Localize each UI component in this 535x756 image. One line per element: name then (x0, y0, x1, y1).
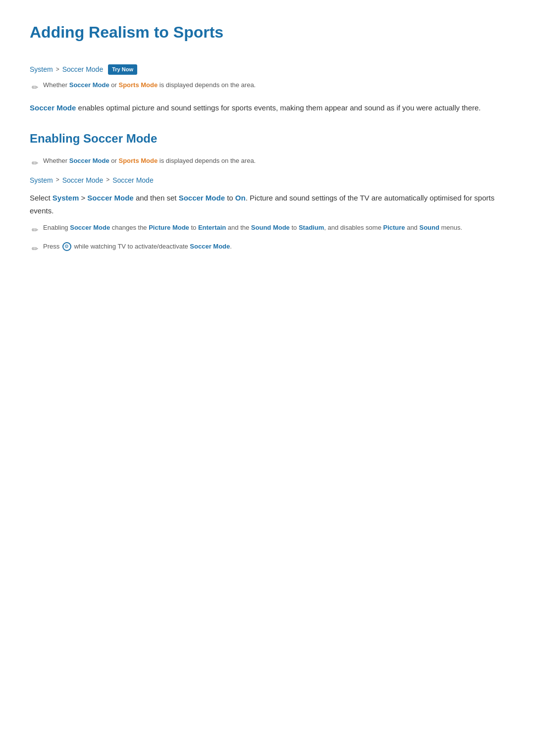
note4-suffix: . (230, 243, 232, 250)
note3-picture: Picture (383, 224, 405, 231)
breadcrumb-soccer-mode-link[interactable]: Soccer Mode (62, 64, 103, 75)
note-icon-2: ✏ (32, 157, 38, 170)
body-on: On (235, 194, 246, 202)
note3-mid1: changes the (110, 224, 149, 231)
note2-prefix: Whether (43, 157, 69, 164)
note-item-1: ✏ Whether Soccer Mode or Sports Mode is … (30, 80, 505, 94)
note2-soccer-mode: Soccer Mode (69, 157, 109, 164)
body-sep: > (81, 194, 85, 202)
body-soccer-mode1: Soccer Mode (87, 194, 133, 202)
note3-suffix: menus. (439, 224, 462, 231)
breadcrumb2-sep1: > (56, 175, 59, 185)
note-item-2: ✏ Whether Soccer Mode or Sports Mode is … (30, 156, 505, 170)
note3-stadium: Stadium (299, 224, 324, 231)
note3-soccer-mode: Soccer Mode (70, 224, 110, 231)
note3-mid6: and (405, 224, 420, 231)
breadcrumb2-soccer-mode2[interactable]: Soccer Mode (112, 175, 153, 186)
note3-picture-mode: Picture Mode (149, 224, 189, 231)
note4-prefix: Press (43, 243, 61, 250)
note2-middle: or (109, 157, 119, 164)
note-item-3: ✏ Enabling Soccer Mode changes the Pictu… (30, 223, 505, 237)
breadcrumb-separator-1: > (56, 65, 59, 74)
body-soccer-mode2: Soccer Mode (179, 194, 225, 202)
note3-mid2: to (189, 224, 198, 231)
section-title: Enabling Soccer Mode (30, 129, 505, 148)
note1-middle: or (109, 81, 119, 89)
note-item-4: ✏ Press ⚙ while watching TV to activate/… (30, 242, 505, 255)
note1-prefix: Whether (43, 81, 69, 89)
breadcrumb-section: System > Soccer Mode > Soccer Mode (30, 175, 505, 186)
note3-sound: Sound (419, 224, 439, 231)
note4-middle: while watching TV to activate/deactivate (72, 243, 190, 250)
note3-mid4: to (290, 224, 299, 231)
note4-soccer-mode: Soccer Mode (190, 243, 230, 250)
note1-sports-mode: Sports Mode (118, 81, 158, 89)
body-middle1: and then set (134, 194, 179, 202)
breadcrumb-system-link[interactable]: System (30, 64, 53, 75)
breadcrumb2-sep2: > (106, 175, 109, 185)
intro-soccer-mode: Soccer Mode (30, 103, 76, 112)
note1-soccer-mode: Soccer Mode (69, 81, 109, 89)
note-text-1: Whether Soccer Mode or Sports Mode is di… (43, 80, 256, 91)
note-text-3: Enabling Soccer Mode changes the Picture… (43, 223, 462, 233)
body-prefix: Select (30, 194, 53, 202)
intro-paragraph: Soccer Mode enables optimal picture and … (30, 101, 505, 114)
note2-sports-mode: Sports Mode (118, 157, 158, 164)
page-title: Adding Realism to Sports (30, 20, 505, 50)
intro-text-rest: enables optimal picture and sound settin… (76, 103, 481, 112)
body-middle2: to (225, 194, 235, 202)
breadcrumb2-soccer-mode1[interactable]: Soccer Mode (62, 175, 103, 186)
note3-entertain: Entertain (198, 224, 226, 231)
body-system: System (53, 194, 79, 202)
note-icon-3: ✏ (32, 224, 38, 237)
settings-button-icon: ⚙ (62, 242, 71, 251)
note-icon-4: ✏ (32, 243, 38, 255)
note3-prefix: Enabling (43, 224, 70, 231)
note3-sound-mode: Sound Mode (251, 224, 290, 231)
breadcrumb2-system[interactable]: System (30, 175, 53, 186)
note-text-2: Whether Soccer Mode or Sports Mode is di… (43, 156, 256, 166)
note1-suffix: is displayed depends on the area. (158, 81, 256, 89)
breadcrumb-top: System > Soccer Mode Try Now (30, 64, 505, 75)
note2-suffix: is displayed depends on the area. (158, 157, 256, 164)
try-now-badge[interactable]: Try Now (108, 64, 137, 75)
body-paragraph: Select System > Soccer Mode and then set… (30, 192, 505, 217)
note3-mid5: , and disables some (324, 224, 383, 231)
note-text-4: Press ⚙ while watching TV to activate/de… (43, 242, 232, 252)
note3-mid3: and the (226, 224, 251, 231)
note-icon-1: ✏ (32, 81, 38, 94)
